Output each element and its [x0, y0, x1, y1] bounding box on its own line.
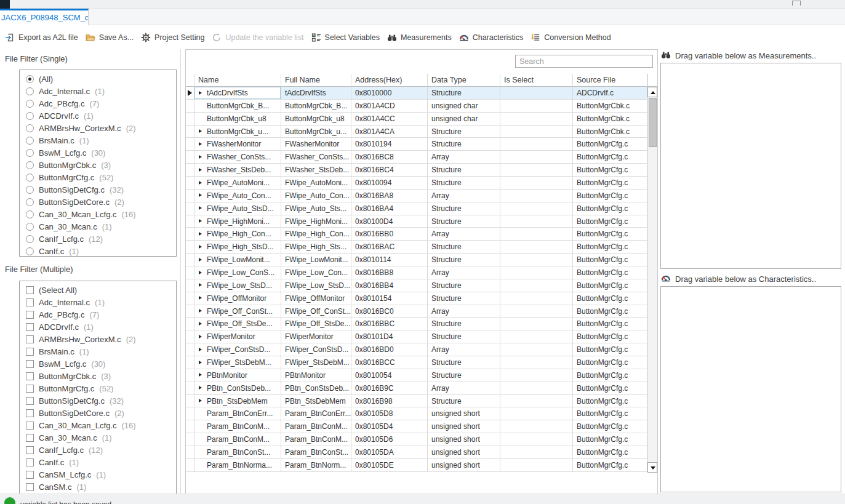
- filter-multiple-item[interactable]: Adc_PBcfg.c(7): [20, 308, 176, 321]
- filter-single-item[interactable]: ButtonMgrCfg.c(52): [20, 171, 176, 183]
- row-header-cell[interactable]: [186, 279, 194, 292]
- file-filter-single-list[interactable]: (All)Adc_Internal.c(1)Adc_PBcfg.c(7)ADCD…: [19, 70, 177, 257]
- cell-data-type[interactable]: Structure: [428, 87, 500, 100]
- cell-address[interactable]: 0x8010194: [351, 138, 428, 151]
- col-header-data-type[interactable]: Data Type: [428, 74, 500, 87]
- cell-data-type[interactable]: unsigned short: [428, 407, 500, 420]
- cell-full-name[interactable]: FWipe_HighMoni...: [281, 215, 351, 228]
- cell-data-type[interactable]: Array: [428, 190, 500, 202]
- cell-source-file[interactable]: ButtonMgrCfg.c: [573, 177, 647, 190]
- filter-multiple-item[interactable]: CanIf_Lcfg.c(12): [20, 444, 176, 456]
- cell-full-name[interactable]: Param_BtnConM...: [281, 420, 351, 433]
- expand-arrow-icon[interactable]: [199, 129, 202, 133]
- checkbox-icon[interactable]: [26, 385, 34, 393]
- cell-name[interactable]: FWipe_Low_StsD...: [194, 279, 281, 292]
- cell-source-file[interactable]: ButtonMgrCfg.c: [573, 241, 647, 254]
- cell-name[interactable]: FWiper_StsDebM...: [194, 356, 281, 369]
- table-row[interactable]: ButtonMgrCbk_u...ButtonMgrCbk_u...0x801A…: [186, 126, 647, 138]
- filter-multiple-item[interactable]: ButtonSigDetCore.c(2): [20, 407, 176, 419]
- filter-multiple-item[interactable]: ARMBrsHw_CortexM.c(2): [20, 333, 176, 345]
- cell-address[interactable]: 0x801A4CD: [351, 100, 428, 113]
- cell-is-select[interactable]: [500, 126, 573, 138]
- filter-multiple-item[interactable]: CanSM_Lcfg.c(1): [20, 468, 176, 481]
- cell-full-name[interactable]: FWipe_Auto_Con...: [281, 190, 351, 202]
- cell-address[interactable]: 0x8016BA8: [351, 190, 428, 202]
- filter-single-item[interactable]: ButtonMgrCbk.c(3): [20, 159, 176, 171]
- cell-data-type[interactable]: unsigned char: [428, 100, 500, 113]
- row-header-cell[interactable]: [186, 459, 194, 472]
- measurements-button[interactable]: Measurements: [387, 33, 452, 42]
- checkbox-icon[interactable]: [26, 298, 34, 306]
- expand-arrow-icon[interactable]: [199, 168, 202, 172]
- row-header-cell[interactable]: [186, 228, 194, 241]
- cell-full-name[interactable]: FWasher_StsDeb...: [281, 164, 351, 177]
- cell-is-select[interactable]: [500, 433, 573, 446]
- row-header-cell[interactable]: [186, 215, 194, 228]
- checkbox-icon[interactable]: [26, 360, 34, 368]
- cell-source-file[interactable]: ButtonMgrCfg.c: [573, 254, 647, 266]
- conversion-method-button[interactable]: Conversion Method: [531, 33, 611, 42]
- cell-source-file[interactable]: ButtonMgrCbk.c: [573, 113, 647, 126]
- table-row[interactable]: tAdcDrvIfStstAdcDrvIfSts0x8010000Structu…: [186, 87, 647, 100]
- radio-icon[interactable]: [26, 198, 34, 206]
- characteristics-drop-zone[interactable]: [660, 286, 841, 492]
- table-row[interactable]: Param_BtnConSt...Param_BtnConSt...0x8010…: [186, 446, 647, 459]
- cell-is-select[interactable]: [500, 459, 573, 472]
- expand-arrow-icon[interactable]: [199, 335, 202, 338]
- col-header-full-name[interactable]: Full Name: [281, 74, 351, 87]
- cell-source-file[interactable]: ButtonMgrCfg.c: [573, 356, 647, 369]
- cell-full-name[interactable]: FWasher_ConSts...: [281, 151, 351, 164]
- cell-source-file[interactable]: ButtonMgrCfg.c: [573, 202, 647, 215]
- cell-is-select[interactable]: [500, 446, 573, 459]
- table-row[interactable]: FWipe_OffMonitorFWipe_OffMonitor0x801015…: [186, 292, 647, 305]
- row-header-cell[interactable]: [186, 446, 194, 459]
- filter-single-item[interactable]: (All): [20, 73, 176, 85]
- cell-full-name[interactable]: FWipe_LowMonit...: [281, 254, 351, 266]
- expand-arrow-icon[interactable]: [199, 232, 202, 236]
- table-row[interactable]: FWiperMonitorFWiperMonitor0x80101D4Struc…: [186, 330, 647, 343]
- cell-is-select[interactable]: [500, 202, 573, 215]
- cell-name[interactable]: PBtnMonitor: [194, 369, 281, 382]
- cell-data-type[interactable]: Structure: [428, 254, 500, 266]
- filter-multiple-item[interactable]: ButtonMgrCbk.c(3): [20, 370, 176, 382]
- cell-address[interactable]: 0x8016BAC: [351, 241, 428, 254]
- radio-selected-icon[interactable]: [26, 75, 34, 83]
- cell-address[interactable]: 0x8016BB4: [351, 279, 428, 292]
- cell-name[interactable]: FWiperMonitor: [194, 330, 281, 343]
- checkbox-icon[interactable]: [26, 335, 34, 343]
- cell-is-select[interactable]: [500, 151, 573, 164]
- checkbox-icon[interactable]: [26, 397, 34, 405]
- filter-multiple-item[interactable]: BswM_Lcfg.c(30): [20, 358, 176, 370]
- cell-full-name[interactable]: FWiper_StsDebM...: [281, 356, 351, 369]
- cell-is-select[interactable]: [500, 279, 573, 292]
- cell-name[interactable]: Param_BtnConM...: [194, 433, 281, 446]
- row-header-cell[interactable]: [186, 254, 194, 266]
- checkbox-icon[interactable]: [26, 483, 34, 491]
- cell-full-name[interactable]: Param_BtnNorm...: [281, 459, 351, 472]
- cell-name[interactable]: PBtn_StsDebMem: [194, 395, 281, 408]
- table-row[interactable]: FWiper_ConStsD...FWiper_ConStsD...0x8016…: [186, 343, 647, 356]
- scrollbar-track[interactable]: [647, 97, 657, 462]
- row-header-cell[interactable]: [186, 113, 194, 126]
- cell-source-file[interactable]: ButtonMgrCfg.c: [573, 305, 647, 318]
- search-input[interactable]: [515, 55, 653, 68]
- cell-full-name[interactable]: PBtn_ConStsDeb...: [281, 382, 351, 395]
- filter-single-item[interactable]: ARMBrsHw_CortexM.c(2): [20, 122, 176, 134]
- cell-is-select[interactable]: [500, 318, 573, 330]
- cell-full-name[interactable]: tAdcDrvIfSts: [281, 87, 351, 100]
- row-header-cell[interactable]: [186, 407, 194, 420]
- table-row[interactable]: Param_BtnNorma...Param_BtnNorm...0x80105…: [186, 459, 647, 472]
- cell-data-type[interactable]: unsigned short: [428, 446, 500, 459]
- filter-single-item[interactable]: CanIf_Lcfg.c(12): [20, 233, 176, 245]
- filter-multiple-item[interactable]: Can_30_Mcan.c(1): [20, 431, 176, 444]
- measurements-drop-zone[interactable]: [660, 63, 841, 269]
- expand-arrow-icon[interactable]: [199, 283, 202, 287]
- cell-data-type[interactable]: Array: [428, 305, 500, 318]
- expand-arrow-icon[interactable]: [199, 348, 202, 351]
- row-header-cell[interactable]: [186, 382, 194, 395]
- cell-source-file[interactable]: ButtonMgrCfg.c: [573, 279, 647, 292]
- expand-arrow-icon[interactable]: [199, 219, 202, 223]
- vertical-scrollbar[interactable]: [647, 74, 657, 473]
- table-row[interactable]: FWipe_High_Con...FWipe_High_Con...0x8016…: [186, 228, 647, 241]
- select-variables-button[interactable]: Select Variables: [311, 33, 380, 42]
